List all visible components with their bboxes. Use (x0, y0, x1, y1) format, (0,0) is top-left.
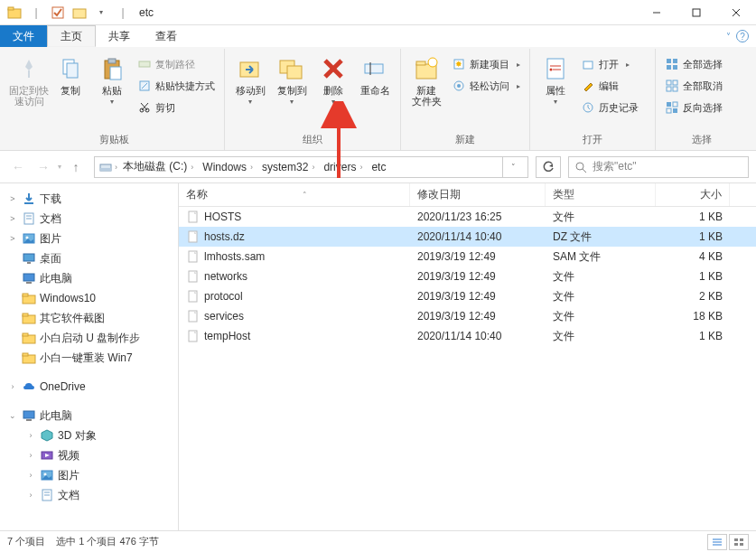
copy-path-button[interactable]: 复制路径 (134, 54, 219, 74)
forward-button[interactable]: → (33, 156, 54, 178)
cut-button[interactable]: 剪切 (134, 98, 219, 117)
expand-icon[interactable]: › (25, 491, 36, 500)
column-size[interactable]: 大小 (656, 183, 730, 206)
file-size: 1 KB (656, 270, 730, 283)
sidebar-item-label: 文档 (58, 488, 79, 503)
address-bar[interactable]: › 本地磁盘 (C:)› Windows› system32› drivers›… (94, 156, 528, 178)
sidebar-item[interactable]: ›图片 (0, 465, 178, 485)
sidebar-item[interactable]: 其它软件截图 (0, 308, 178, 328)
sidebar-item[interactable]: 此电脑 (0, 268, 178, 288)
search-box[interactable]: 搜索"etc" (568, 156, 749, 178)
collapse-icon[interactable]: ⌄ (7, 411, 18, 420)
help-icon[interactable]: ? (736, 30, 749, 42)
svg-point-29 (428, 58, 437, 67)
minimize-button[interactable] (637, 0, 677, 25)
navigation-pane[interactable]: >下载>文档>图片桌面此电脑Windows10其它软件截图小白启动 U 盘制作步… (0, 183, 179, 530)
sidebar-thispc[interactable]: ⌄ 此电脑 (0, 406, 178, 426)
ribbon-collapse[interactable]: ˅ ? (726, 25, 756, 47)
expand-icon[interactable]: > (7, 214, 18, 223)
select-all-button[interactable]: 全部选择 (661, 54, 742, 74)
paste-shortcut-button[interactable]: 粘贴快捷方式 (134, 76, 219, 96)
copy-button[interactable]: 复制 (51, 52, 90, 96)
svg-rect-39 (673, 59, 677, 63)
expand-icon[interactable]: › (25, 451, 36, 460)
invert-selection-button[interactable]: 反向选择 (661, 98, 742, 117)
tab-home[interactable]: 主页 (47, 25, 96, 47)
properties-check-icon[interactable] (49, 4, 67, 22)
close-button[interactable] (716, 0, 756, 25)
sidebar-item[interactable]: ›文档 (0, 485, 178, 505)
sidebar-item[interactable]: ›视频 (0, 445, 178, 465)
history-button[interactable]: 历史记录 (577, 98, 649, 117)
status-bar: 7 个项目 选中 1 个项目 476 字节 (0, 530, 756, 552)
folder-icon (22, 351, 36, 365)
sidebar-item[interactable]: >图片 (0, 229, 178, 248)
pin-to-quick-access-button[interactable]: 固定到快 速访问 (9, 52, 49, 107)
edit-button[interactable]: 编辑 (577, 76, 649, 96)
maximize-button[interactable] (677, 0, 716, 25)
delete-button[interactable]: 删除 ▾ (313, 52, 353, 106)
sidebar-item[interactable]: 小白一键重装 Win7 (0, 348, 178, 368)
table-row[interactable]: HOSTS2020/11/23 16:25文件1 KB (179, 207, 756, 227)
sidebar-item[interactable]: ›3D 对象 (0, 426, 178, 445)
sidebar-item[interactable]: >下载 (0, 189, 178, 209)
sidebar-onedrive[interactable]: › OneDrive (0, 377, 178, 397)
file-type: 文件 (546, 329, 656, 344)
expand-icon[interactable]: › (25, 431, 36, 440)
sidebar-item[interactable]: >文档 (0, 209, 178, 229)
history-dropdown-icon[interactable]: ▾ (58, 163, 61, 171)
qat-folder-icon[interactable] (70, 4, 89, 22)
column-name[interactable]: 名称˄ (179, 183, 410, 206)
tab-share[interactable]: 共享 (96, 25, 143, 47)
new-folder-button[interactable]: 新建 文件夹 (406, 52, 446, 107)
column-type[interactable]: 类型 (546, 183, 656, 206)
qat-separator-icon: | (114, 4, 132, 22)
open-button[interactable]: 打开 ▸ (577, 54, 649, 74)
sidebar-item[interactable]: 桌面 (0, 248, 178, 268)
expand-icon[interactable]: › (25, 471, 36, 480)
ribbon-group-select: 全部选择 全部取消 反向选择 选择 (656, 49, 748, 150)
details-view-button[interactable] (707, 534, 727, 550)
table-row[interactable]: hosts.dz2020/11/14 10:40DZ 文件1 KB (179, 227, 756, 247)
address-dropdown-icon[interactable]: ˅ (502, 157, 524, 177)
svg-rect-60 (23, 254, 34, 261)
select-none-button[interactable]: 全部取消 (661, 76, 742, 96)
back-button[interactable]: ← (7, 156, 29, 178)
breadcrumb[interactable]: 本地磁盘 (C:)› (119, 157, 197, 177)
chevron-down-icon: ▾ (110, 98, 114, 106)
chevron-down-icon: ▾ (290, 98, 294, 106)
sidebar-item[interactable]: 小白启动 U 盘制作步 (0, 328, 178, 348)
tab-view[interactable]: 查看 (143, 25, 190, 47)
table-row[interactable]: lmhosts.sam2019/3/19 12:49SAM 文件4 KB (179, 247, 756, 267)
up-button[interactable]: ↑ (65, 156, 87, 178)
sidebar-item[interactable]: Windows10 (0, 288, 178, 308)
move-to-button[interactable]: 移动到 ▾ (230, 52, 270, 106)
refresh-button[interactable] (536, 156, 561, 178)
properties-button[interactable]: 属性 ▾ (536, 52, 575, 106)
thumbnails-view-button[interactable] (729, 534, 749, 550)
table-row[interactable]: tempHost2020/11/14 10:40文件1 KB (179, 326, 756, 346)
column-date[interactable]: 修改日期 (410, 183, 546, 206)
file-type: 文件 (546, 269, 656, 285)
window-controls (637, 0, 756, 25)
breadcrumb[interactable]: etc (368, 157, 389, 177)
tab-file[interactable]: 文件 (0, 25, 47, 47)
breadcrumb[interactable]: Windows› (199, 157, 257, 177)
select-all-icon (665, 57, 679, 71)
table-row[interactable]: networks2019/3/19 12:49文件1 KB (179, 267, 756, 286)
breadcrumb[interactable]: drivers› (320, 157, 366, 177)
expand-icon[interactable]: > (7, 234, 18, 243)
table-row[interactable]: services2019/3/19 12:49文件18 KB (179, 306, 756, 326)
table-row[interactable]: protocol2019/3/19 12:49文件2 KB (179, 286, 756, 306)
folder-icon (22, 291, 36, 305)
copy-to-button[interactable]: 复制到 ▾ (272, 52, 312, 106)
paste-button[interactable]: 粘贴 ▾ (92, 52, 132, 106)
rename-button[interactable]: 重命名 (355, 52, 395, 96)
sidebar-item-label: Windows10 (40, 292, 96, 304)
expand-icon[interactable]: > (7, 194, 18, 203)
easy-access-button[interactable]: 轻松访问 ▸ (448, 76, 524, 96)
new-item-button[interactable]: ✸ 新建项目 ▸ (448, 54, 524, 74)
qat-dropdown-icon[interactable]: ▾ (92, 4, 110, 22)
breadcrumb[interactable]: system32› (258, 157, 318, 177)
expand-icon[interactable]: › (7, 382, 18, 391)
